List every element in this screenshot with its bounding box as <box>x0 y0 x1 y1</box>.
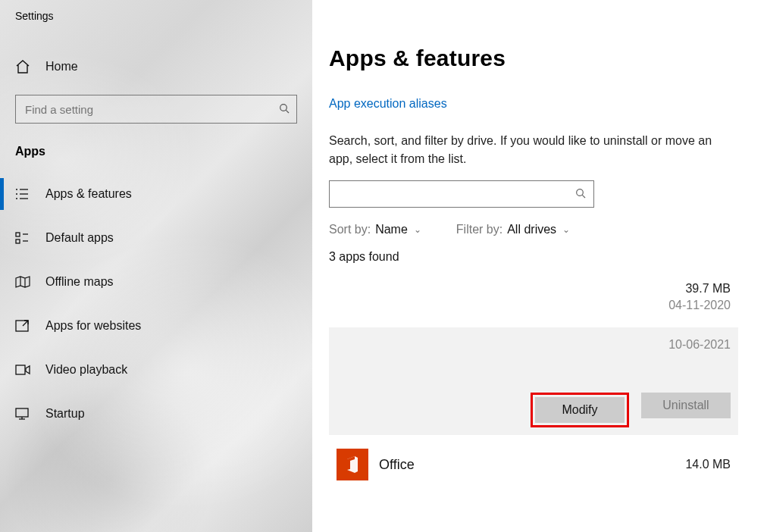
sidebar-item-default-apps[interactable]: Default apps <box>0 216 312 260</box>
svg-rect-13 <box>16 239 20 243</box>
apps-features-icon <box>15 188 32 200</box>
sidebar: Settings Home Apps Apps & features <box>0 0 312 532</box>
startup-icon <box>15 408 32 420</box>
sidebar-home[interactable]: Home <box>0 49 312 84</box>
filter-label: Filter by: <box>456 223 502 236</box>
sidebar-item-offline-maps[interactable]: Offline maps <box>0 260 312 304</box>
app-list-item-selected[interactable]: 10-06-2021 Modify Uninstall <box>329 327 738 435</box>
sidebar-item-label: Default apps <box>45 231 114 245</box>
app-search-input[interactable] <box>330 188 568 201</box>
svg-line-23 <box>582 195 585 198</box>
svg-line-5 <box>286 110 289 113</box>
sidebar-item-startup[interactable]: Startup <box>0 392 312 436</box>
svg-point-4 <box>280 104 287 111</box>
svg-line-17 <box>23 321 28 326</box>
apps-websites-icon <box>15 320 32 332</box>
sidebar-home-label: Home <box>45 60 78 74</box>
sidebar-item-label: Startup <box>45 407 85 421</box>
app-search[interactable] <box>329 180 594 208</box>
chevron-down-icon: ⌄ <box>562 224 570 235</box>
sidebar-section-label: Apps <box>0 124 312 172</box>
filter-by-dropdown[interactable]: Filter by: All drives ⌄ <box>456 223 570 236</box>
description-text: Search, sort, and filter by drive. If yo… <box>329 132 731 168</box>
modify-button[interactable]: Modify <box>535 397 625 423</box>
uninstall-button[interactable]: Uninstall <box>641 393 731 418</box>
office-icon <box>337 449 368 480</box>
app-date: 04-11-2020 <box>668 299 731 312</box>
home-icon <box>15 60 32 74</box>
svg-point-22 <box>577 189 584 196</box>
filter-value: All drives <box>507 223 556 236</box>
app-execution-aliases-link[interactable]: App execution aliases <box>329 97 447 111</box>
content-pane: Apps & features App execution aliases Se… <box>312 0 767 532</box>
video-playback-icon <box>15 365 32 375</box>
app-action-buttons: Modify Uninstall <box>337 393 731 427</box>
svg-rect-18 <box>16 365 25 374</box>
app-date: 10-06-2021 <box>668 338 731 352</box>
apps-found-count: 3 apps found <box>329 250 743 264</box>
app-title: Settings <box>0 0 312 22</box>
sort-label: Sort by: <box>329 223 371 236</box>
chevron-down-icon: ⌄ <box>414 224 421 235</box>
search-icon <box>272 103 296 116</box>
sidebar-item-video-playback[interactable]: Video playback <box>0 348 312 392</box>
app-list-item-office[interactable]: Office 14.0 MB <box>329 444 738 480</box>
sidebar-nav: Apps & features Default apps Offline map… <box>0 172 312 436</box>
sort-by-dropdown[interactable]: Sort by: Name ⌄ <box>329 223 421 236</box>
sort-value: Name <box>375 223 408 236</box>
sidebar-item-label: Apps & features <box>45 187 132 201</box>
page-title: Apps & features <box>329 45 743 71</box>
sidebar-item-label: Apps for websites <box>45 319 141 333</box>
app-name: Office <box>379 457 675 473</box>
sidebar-search[interactable] <box>15 95 297 124</box>
sidebar-item-label: Offline maps <box>45 275 114 289</box>
default-apps-icon <box>15 232 32 244</box>
svg-rect-19 <box>16 408 28 417</box>
modify-highlight-box: Modify <box>531 393 629 427</box>
app-size: 39.7 MB <box>685 282 731 296</box>
sidebar-item-apps-for-websites[interactable]: Apps for websites <box>0 304 312 348</box>
svg-rect-12 <box>16 233 20 236</box>
sidebar-item-apps-features[interactable]: Apps & features <box>0 172 312 216</box>
offline-maps-icon <box>15 276 32 288</box>
app-size: 14.0 MB <box>685 458 731 471</box>
app-list-item[interactable]: 39.7 MB 04-11-2020 <box>329 277 738 317</box>
apps-list: 39.7 MB 04-11-2020 10-06-2021 Modify Uni… <box>329 277 743 480</box>
sort-filter-row: Sort by: Name ⌄ Filter by: All drives ⌄ <box>329 223 743 236</box>
sidebar-item-label: Video playback <box>45 363 127 377</box>
settings-window: Settings Home Apps Apps & features <box>0 0 767 532</box>
search-input[interactable] <box>16 103 272 116</box>
search-icon <box>568 188 593 201</box>
